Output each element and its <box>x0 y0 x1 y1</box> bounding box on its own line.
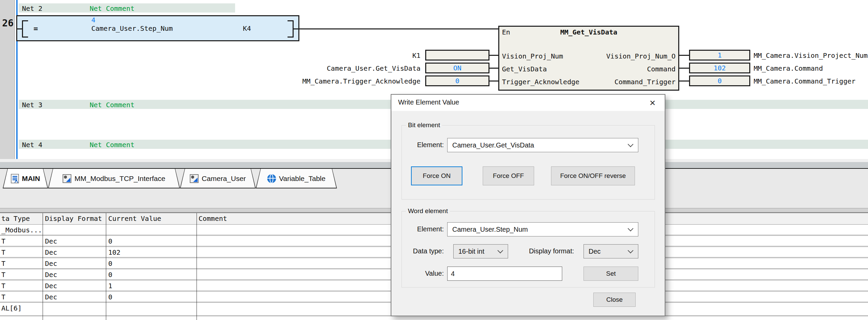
left-bracket-icon <box>22 20 23 38</box>
fb-output-pin: Vision_Proj_Num_O <box>606 52 676 60</box>
force-on-button[interactable]: Force ON <box>411 166 462 185</box>
cell-display-format[interactable]: Dec <box>45 282 57 290</box>
net3-label: Net 3 <box>22 101 42 109</box>
wire-stub <box>16 28 22 29</box>
cell-data-type[interactable]: T <box>1 237 5 245</box>
en-wire <box>299 28 498 29</box>
cell-current-value[interactable]: 0 <box>108 271 112 279</box>
column-divider <box>106 213 106 320</box>
data-type-select[interactable]: 16-bit int <box>453 244 508 258</box>
output-monitor-box[interactable]: 1 <box>689 50 750 61</box>
cell-display-format[interactable]: Dec <box>45 293 57 301</box>
compare-contact-block[interactable]: = 4 Camera_User.Step_Num K4 <box>16 15 299 41</box>
force-on-label: Force ON <box>423 172 451 180</box>
output-monitor-box[interactable]: 102 <box>689 63 750 73</box>
bit-element-value: Camera_User.Get_VisData <box>452 141 534 149</box>
output-operand-label: MM_Camera.Command_Trigger <box>754 77 855 85</box>
wire-stub <box>489 55 498 56</box>
input-monitor-box[interactable] <box>425 50 489 61</box>
column-header: Current Value <box>108 214 161 223</box>
tab-camera-user[interactable]: Camera_User <box>180 169 256 188</box>
fb-title: MM_Get_VisData <box>499 28 678 36</box>
input-monitor-box[interactable]: 0 <box>425 75 489 86</box>
column-divider <box>197 213 197 320</box>
tab-label: Variable_Table <box>279 175 325 183</box>
program-icon <box>11 174 19 183</box>
force-reverse-label: Force ON/OFF reverse <box>560 172 626 180</box>
wire-stub <box>679 68 689 69</box>
fb-output-pin: Command_Trigger <box>614 78 676 86</box>
display-format-select[interactable]: Dec <box>584 244 638 258</box>
word-element-group-label: Word element <box>406 207 450 215</box>
cell-display-format[interactable]: Dec <box>45 259 57 268</box>
cell-current-value[interactable]: 102 <box>108 248 120 256</box>
net3-comment: Net Comment <box>90 101 134 109</box>
write-element-value-dialog: Write Element Value × Bit element Elemen… <box>391 94 665 316</box>
close-icon[interactable]: × <box>646 96 659 110</box>
input-operand-label: K1 <box>291 51 420 60</box>
cell-data-type[interactable]: T <box>1 282 5 290</box>
cell-current-value[interactable]: 1 <box>108 282 112 290</box>
display-format-value: Dec <box>589 248 601 255</box>
output-operand-label: MM_Camera.Vision_Project_Num <box>754 51 868 60</box>
cell-data-type[interactable]: AL[6] <box>1 304 22 312</box>
ladder-row-number: 26 <box>0 18 14 29</box>
column-divider <box>43 213 43 320</box>
chevron-down-icon <box>628 226 634 231</box>
wire-stub <box>489 81 498 82</box>
cell-current-value[interactable]: 0 <box>108 237 112 245</box>
cell-data-type[interactable]: T <box>1 259 5 268</box>
tab-variable-table[interactable]: Variable_Table <box>256 169 337 188</box>
set-label: Set <box>606 270 616 277</box>
column-header: Comment <box>199 214 227 223</box>
cell-data-type[interactable]: _Modbus... <box>1 226 42 234</box>
tab-label: MM_Modbus_TCP_Interface <box>74 175 165 183</box>
input-operand-label: MM_Camera.Trigger_Acknowledge <box>291 77 420 85</box>
cell-display-format[interactable]: Dec <box>45 248 57 256</box>
left-bracket-icon <box>22 37 28 38</box>
data-type-value: 16-bit int <box>458 248 484 255</box>
force-reverse-button[interactable]: Force ON/OFF reverse <box>551 166 635 185</box>
fb-input-pin: Get_VisData <box>502 65 547 73</box>
function-block[interactable]: En MM_Get_VisData Vision_Proj_Num Get_Vi… <box>498 26 679 91</box>
tab-main[interactable]: MAIN <box>3 169 48 188</box>
data-type-label: Data type: <box>402 247 444 255</box>
value-input[interactable]: 4 <box>447 267 562 281</box>
input-operand-label: Camera_User.Get_VisData <box>291 64 420 72</box>
dialog-title: Write Element Value <box>398 98 459 106</box>
fb-input-pin: Trigger_Acknowledge <box>502 78 579 86</box>
cell-data-type[interactable]: T <box>1 271 5 279</box>
fb-input-pin: Vision_Proj_Num <box>502 52 563 60</box>
contact-operand: Camera_User.Step_Num <box>91 24 173 32</box>
bit-element-group: Bit element <box>402 125 655 200</box>
bit-element-label: Element: <box>407 141 444 149</box>
cell-display-format[interactable]: Dec <box>45 237 57 245</box>
display-format-label: Display format: <box>510 247 574 255</box>
net2-header[interactable]: Net 2 Net Comment <box>19 3 235 13</box>
net2-label: Net 2 <box>22 4 42 13</box>
output-monitor-box[interactable]: 0 <box>689 75 750 86</box>
dialog-title-bar[interactable]: Write Element Value × <box>391 95 665 111</box>
cell-current-value[interactable]: 0 <box>108 293 112 301</box>
tab-label: MAIN <box>22 175 40 183</box>
chevron-down-icon <box>498 248 503 253</box>
tab-mm-modbus-tcp-interface[interactable]: MM_Modbus_TCP_Interface <box>48 169 180 188</box>
input-monitor-box[interactable]: ON <box>425 63 489 73</box>
net4-label: Net 4 <box>22 141 42 149</box>
word-element-label: Element: <box>407 225 444 233</box>
set-button[interactable]: Set <box>584 267 638 281</box>
cell-data-type[interactable]: T <box>1 293 5 301</box>
net4-comment: Net Comment <box>90 141 134 149</box>
globe-icon <box>267 174 276 183</box>
cell-display-format[interactable]: Dec <box>45 271 57 279</box>
wire-stub <box>489 68 498 69</box>
word-element-combobox[interactable]: Camera_User.Step_Num <box>447 222 638 236</box>
force-off-button[interactable]: Force OFF <box>483 166 534 185</box>
output-operand-label: MM_Camera.Command <box>754 64 823 72</box>
cell-current-value[interactable]: 0 <box>108 259 112 268</box>
cell-data-type[interactable]: T <box>1 248 5 256</box>
value-input-text: 4 <box>451 270 455 278</box>
contact-constant: K4 <box>243 24 251 32</box>
close-button[interactable]: Close <box>593 293 636 307</box>
bit-element-combobox[interactable]: Camera_User.Get_VisData <box>447 138 638 152</box>
